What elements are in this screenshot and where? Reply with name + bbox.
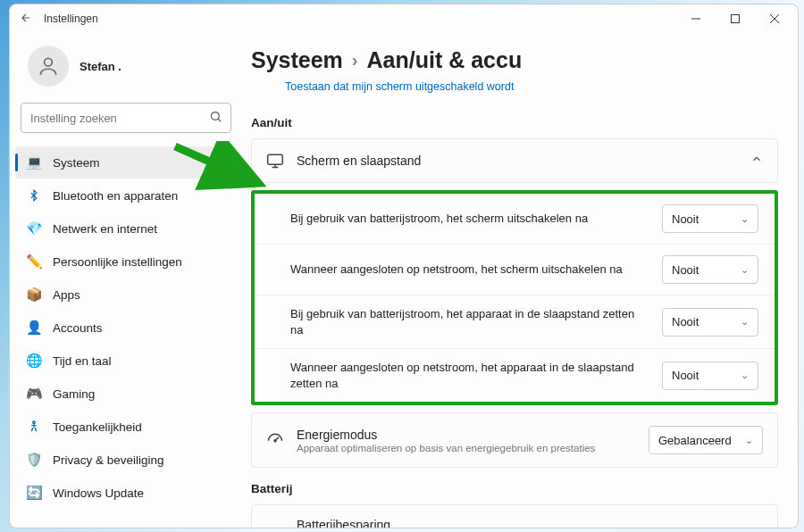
svg-point-2 xyxy=(212,112,220,121)
sidebar-item-1[interactable]: Bluetooth en apparaten xyxy=(15,179,237,212)
sleep-row-dropdown-3[interactable]: Nooit⌄ xyxy=(662,362,758,390)
main-content: Systeem › Aan/uit & accu Toestaan dat mi… xyxy=(242,33,798,528)
avatar xyxy=(28,46,69,87)
nav-icon: 🛡️ xyxy=(26,452,42,468)
search-icon xyxy=(209,110,222,127)
highlight-box: Bij gebruik van batterijstroom, het sche… xyxy=(251,190,778,405)
maximize-button[interactable] xyxy=(716,4,755,33)
nav-icon xyxy=(26,187,42,204)
energy-title: Energiemodus xyxy=(297,428,636,442)
dropdown-value: Nooit xyxy=(672,315,699,328)
sleep-row-0: Bij gebruik van batterijstroom, het sche… xyxy=(255,194,775,244)
nav-icon: 🎮 xyxy=(26,386,42,402)
chevron-down-icon: ⌄ xyxy=(741,370,749,381)
nav-label: Netwerk en internet xyxy=(53,222,157,236)
nav-label: Tijd en taal xyxy=(53,354,112,368)
back-button[interactable] xyxy=(13,12,38,27)
energy-subtitle: Apparaat optimaliseren op basis van ener… xyxy=(297,443,636,453)
window-title: Instellingen xyxy=(38,12,98,25)
nav-icon: 💻 xyxy=(26,154,42,170)
screen-sleep-title: Scherm en slaapstand xyxy=(297,154,738,168)
sidebar-item-3[interactable]: ✏️Persoonlijke instellingen xyxy=(15,245,237,278)
titlebar: Instellingen xyxy=(10,4,798,33)
sleep-row-dropdown-1[interactable]: Nooit⌄ xyxy=(662,255,758,284)
nav-icon: 💎 xyxy=(26,220,42,237)
battery-saver-title: Batterijbesparing xyxy=(297,518,574,528)
speed-icon xyxy=(266,431,284,449)
breadcrumb-leaf: Aan/uit & accu xyxy=(367,47,523,73)
monitor-icon xyxy=(266,152,284,170)
sidebar-item-7[interactable]: 🎮Gaming xyxy=(15,378,237,410)
nav-icon: 👤 xyxy=(26,320,42,336)
dropdown-value: Nooit xyxy=(672,263,699,277)
sleep-row-label: Bij gebruik van batterijstroom, het appa… xyxy=(290,306,662,337)
nav-label: Privacy & beveiliging xyxy=(53,453,164,467)
chevron-down-icon: ⌄ xyxy=(741,213,749,225)
svg-rect-0 xyxy=(732,15,740,23)
svg-point-5 xyxy=(274,440,276,442)
energy-mode-value: Gebalanceerd xyxy=(658,434,732,447)
dropdown-value: Nooit xyxy=(672,369,699,382)
minimize-button[interactable] xyxy=(676,4,716,33)
chevron-down-icon: ⌄ xyxy=(741,316,749,328)
nav-icon xyxy=(26,419,42,435)
search-input[interactable] xyxy=(21,103,231,133)
nav-label: Gaming xyxy=(53,387,95,401)
svg-point-3 xyxy=(33,421,36,424)
sleep-row-label: Bij gebruik van batterijstroom, het sche… xyxy=(290,211,662,227)
nav-label: Windows Update xyxy=(53,486,144,500)
nav-list: 💻SysteemBluetooth en apparaten💎Netwerk e… xyxy=(15,142,237,520)
truncated-prev-section: Toestaan dat mijn scherm uitgeschakeld w… xyxy=(242,75,780,109)
sidebar-item-8[interactable]: Toegankelijkheid xyxy=(15,411,237,443)
sidebar-item-9[interactable]: 🛡️Privacy & beveiliging xyxy=(15,444,237,476)
sidebar: Stefan . 💻SysteemBluetooth en apparaten💎… xyxy=(10,33,242,528)
sleep-row-2: Bij gebruik van batterijstroom, het appa… xyxy=(255,295,775,348)
energy-mode-dropdown[interactable]: Gebalanceerd ⌄ xyxy=(649,426,763,454)
screen-sleep-header[interactable]: Scherm en slaapstand xyxy=(252,139,777,182)
sidebar-item-10[interactable]: 🔄Windows Update xyxy=(15,477,237,509)
nav-label: Accounts xyxy=(53,321,103,335)
dropdown-value: Nooit xyxy=(672,212,699,226)
screen-sleep-card: Scherm en slaapstand xyxy=(251,138,778,183)
nav-label: Bluetooth en apparaten xyxy=(53,189,178,203)
sidebar-item-0[interactable]: 💻Systeem xyxy=(15,146,237,179)
sidebar-item-2[interactable]: 💎Netwerk en internet xyxy=(15,212,237,245)
user-name: Stefan . xyxy=(80,60,121,73)
breadcrumb: Systeem › Aan/uit & accu xyxy=(242,42,780,75)
close-button[interactable] xyxy=(755,4,794,33)
nav-label: Toegankelijkheid xyxy=(53,420,142,434)
battery-saver-card[interactable]: Batterijbesparing De levensduur van de b… xyxy=(251,504,778,528)
sidebar-item-4[interactable]: 📦Apps xyxy=(15,278,237,311)
sidebar-item-6[interactable]: 🌐Tijd en taal xyxy=(15,345,237,377)
sleep-row-dropdown-0[interactable]: Nooit⌄ xyxy=(662,204,758,233)
breadcrumb-root[interactable]: Systeem xyxy=(251,47,343,73)
chevron-down-icon: ⌄ xyxy=(741,264,749,276)
sidebar-item-5[interactable]: 👤Accounts xyxy=(15,312,237,344)
nav-label: Apps xyxy=(53,288,80,302)
chevron-right-icon: › xyxy=(352,50,358,71)
sleep-row-label: Wanneer aangesloten op netstroom, het ap… xyxy=(290,360,662,391)
sleep-row-1: Wanneer aangesloten op netstroom, het sc… xyxy=(255,244,775,295)
svg-point-1 xyxy=(45,58,53,66)
energy-mode-card[interactable]: Energiemodus Apparaat optimaliseren op b… xyxy=(251,412,778,468)
sleep-row-label: Wanneer aangesloten op netstroom, het sc… xyxy=(290,262,662,278)
chevron-up-icon xyxy=(750,153,763,169)
svg-rect-4 xyxy=(268,154,283,164)
settings-window: Instellingen Stefan . 💻SysteemBluetooth … xyxy=(9,4,799,528)
sleep-row-3: Wanneer aangesloten op netstroom, het ap… xyxy=(255,348,775,402)
sleep-row-dropdown-2[interactable]: Nooit⌄ xyxy=(662,308,758,337)
nav-icon: 🔄 xyxy=(26,485,42,501)
nav-label: Persoonlijke instellingen xyxy=(53,255,182,269)
user-row[interactable]: Stefan . xyxy=(15,40,237,103)
search-wrap xyxy=(21,103,231,133)
section-battery-label: Batterij xyxy=(242,475,780,504)
section-power-label: Aan/uit xyxy=(242,109,780,138)
nav-icon: ✏️ xyxy=(26,254,42,270)
chevron-down-icon: ⌄ xyxy=(745,435,753,446)
nav-icon: 🌐 xyxy=(26,353,42,369)
nav-label: Systeem xyxy=(53,156,100,170)
nav-icon: 📦 xyxy=(26,287,42,303)
